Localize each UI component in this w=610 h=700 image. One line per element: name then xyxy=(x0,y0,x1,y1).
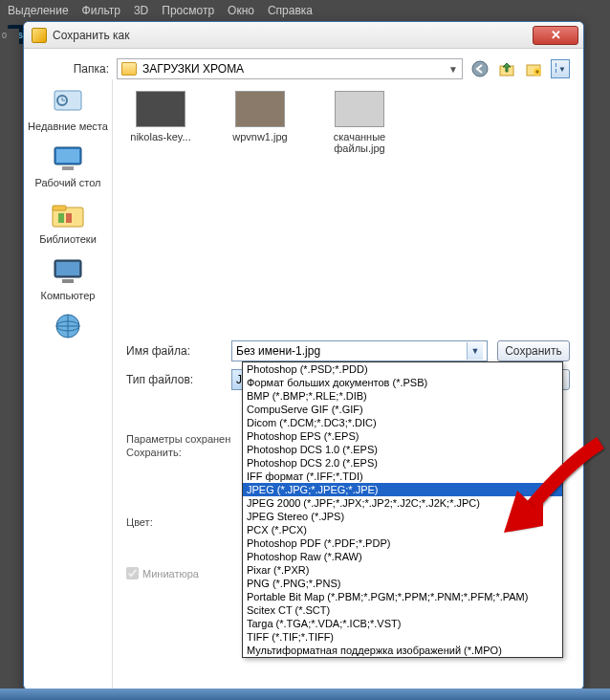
sidebar-place-desktop[interactable]: Рабочий стол xyxy=(28,143,108,188)
filetype-option[interactable]: Photoshop Raw (*.RAW) xyxy=(243,550,562,563)
svg-rect-15 xyxy=(58,213,64,223)
up-icon[interactable] xyxy=(497,59,516,78)
svg-rect-4 xyxy=(556,63,556,67)
menu-item[interactable]: Выделение xyxy=(8,4,69,17)
recent-icon xyxy=(49,87,87,118)
svg-rect-19 xyxy=(62,279,74,283)
desktop-icon xyxy=(49,143,87,174)
titlebar: Сохранить как ✕ xyxy=(24,22,583,49)
thumb-check xyxy=(126,567,139,580)
menu-item[interactable]: Окно xyxy=(228,4,254,17)
svg-rect-14 xyxy=(53,206,66,210)
folder-toolbar: ▼ xyxy=(470,59,570,78)
sidebar-place-network[interactable] xyxy=(28,313,108,346)
filetype-label: Тип файлов: xyxy=(126,373,222,386)
thumbnail xyxy=(235,91,285,127)
filetype-option[interactable]: Формат больших документов (*.PSB) xyxy=(243,376,562,389)
folder-value: ЗАГРУЗКИ ХРОМА xyxy=(142,62,244,76)
sidebar-place-recent[interactable]: Недавние места xyxy=(28,87,108,132)
save-button[interactable]: Сохранить xyxy=(497,340,570,361)
menu-item[interactable]: Фильтр xyxy=(82,4,120,17)
chevron-down-icon: ▼ xyxy=(448,64,458,75)
save-options-label: Сохранить: xyxy=(126,447,193,488)
app-menubar[interactable]: ВыделениеФильтр3DПросмотрОкноСправка xyxy=(0,0,610,21)
folder-small-icon xyxy=(121,62,137,76)
view-icon[interactable]: ▼ xyxy=(551,59,570,78)
thumbnail xyxy=(335,91,384,127)
filetype-option[interactable]: TIFF (*.TIF;*.TIFF) xyxy=(243,630,562,644)
svg-rect-16 xyxy=(66,213,72,223)
filename-input[interactable]: Без имени-1.jpg ▼ xyxy=(231,340,488,361)
file-item[interactable]: nikolas-key... xyxy=(122,91,199,154)
back-icon[interactable] xyxy=(470,59,490,78)
sidebar-place-libraries[interactable]: Библиотеки xyxy=(28,200,108,245)
taskbar[interactable] xyxy=(0,689,610,700)
filetype-option[interactable]: CompuServe GIF (*.GIF) xyxy=(243,403,562,416)
filetype-option[interactable]: Photoshop (*.PSD;*.PDD) xyxy=(243,362,562,376)
filetype-option[interactable]: Targa (*.TGA;*.VDA;*.ICB;*.VST) xyxy=(243,617,562,630)
save-as-dialog: Сохранить как ✕ Папка: ЗАГРУЗКИ ХРОМА ▼ xyxy=(23,21,584,690)
color-label: Цвет: xyxy=(126,516,193,543)
computer-icon xyxy=(49,256,87,287)
close-button[interactable]: ✕ xyxy=(533,26,578,45)
filename-row: Имя файла: Без имени-1.jpg ▼ Сохранить xyxy=(113,338,583,364)
arrow-annotation xyxy=(500,435,610,540)
dialog-title: Сохранить как xyxy=(53,29,533,42)
filetype-option[interactable]: Dicom (*.DCM;*.DC3;*.DIC) xyxy=(243,416,562,429)
filetype-option[interactable]: Portable Bit Map (*.PBM;*.PGM;*.PPM;*.PN… xyxy=(243,590,562,603)
filetype-option[interactable]: PNG (*.PNG;*.PNS) xyxy=(243,577,562,590)
svg-rect-6 xyxy=(556,69,556,73)
folder-icon xyxy=(32,28,47,43)
filename-label: Имя файла: xyxy=(126,344,222,358)
right-panel-strip xyxy=(591,0,610,700)
filetype-option[interactable]: BMP (*.BMP;*.RLE;*.DIB) xyxy=(243,389,562,403)
folder-dropdown[interactable]: ЗАГРУЗКИ ХРОМА ▼ xyxy=(117,58,463,79)
filetype-option[interactable]: Pixar (*.PXR) xyxy=(243,563,562,577)
svg-rect-12 xyxy=(62,166,74,170)
chevron-down-icon: ▼ xyxy=(467,342,483,360)
new-folder-icon[interactable] xyxy=(524,59,543,78)
file-item[interactable]: скачанные файлы.jpg xyxy=(321,91,398,154)
ruler: 0 xyxy=(0,29,19,53)
places-sidebar: Недавние местаРабочий столБиблиотекиКомп… xyxy=(24,79,113,689)
file-item[interactable]: wpvnw1.jpg xyxy=(222,91,298,154)
svg-rect-18 xyxy=(56,262,79,275)
file-grid: nikolas-key...wpvnw1.jpgскачанные файлы.… xyxy=(113,79,583,165)
libraries-icon xyxy=(49,200,87,230)
network-icon xyxy=(49,313,87,343)
filetype-option[interactable]: Мультиформатная поддержка изображений (*… xyxy=(243,644,562,657)
svg-point-0 xyxy=(472,61,488,77)
menu-item[interactable]: Справка xyxy=(268,4,313,17)
sidebar-place-computer[interactable]: Компьютер xyxy=(28,256,108,301)
filetype-option[interactable]: Scitex CT (*.SCT) xyxy=(243,603,562,617)
folder-label: Папка: xyxy=(37,62,109,76)
menu-item[interactable]: Просмотр xyxy=(162,4,214,17)
svg-rect-11 xyxy=(56,149,79,163)
menu-item[interactable]: 3D xyxy=(134,4,148,17)
thumbnail xyxy=(136,91,185,127)
params-label: Параметры сохранен xyxy=(126,433,230,445)
